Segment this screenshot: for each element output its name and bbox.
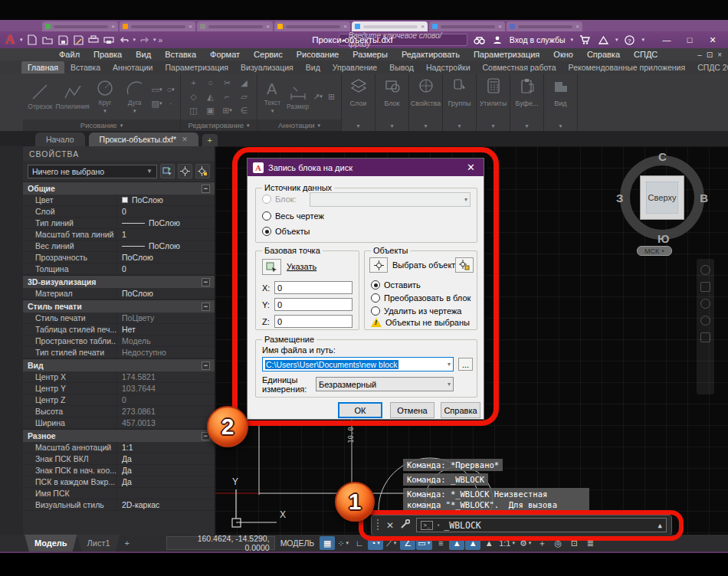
save-icon[interactable] xyxy=(57,34,70,46)
object-snap-toggle[interactable]: ▭▾ xyxy=(416,536,432,550)
tab-close-icon[interactable]: × xyxy=(421,24,425,30)
help-button[interactable]: Справка xyxy=(441,402,480,418)
viewcube-south[interactable]: Ю xyxy=(657,232,669,245)
customization-plus-icon[interactable]: ＋ xyxy=(534,536,549,550)
cancel-button[interactable]: Отмена xyxy=(390,402,435,418)
property-row[interactable]: Высота273.0861 xyxy=(23,406,215,417)
property-row[interactable]: ПСК в каждом Вэкр...Да xyxy=(23,476,215,488)
command-line-bar[interactable]: ✕ >_ ▾ _WBLOCK ▲ xyxy=(371,515,672,535)
scale-icon[interactable]: ▣ xyxy=(202,104,218,117)
doc-tab-active[interactable]: Прокси-объекты.dxf*✕ xyxy=(89,133,198,146)
menu-item[interactable]: Параметризация xyxy=(467,50,546,59)
print-icon[interactable] xyxy=(103,34,116,46)
property-row[interactable]: Имя ПСК xyxy=(23,488,215,499)
property-row[interactable]: Масштаб типа линий1 xyxy=(23,229,215,241)
property-row[interactable]: Пространство табли...Модель xyxy=(23,335,215,347)
clean-screen-icon[interactable]: ⊡ xyxy=(566,536,582,550)
property-row[interactable]: ПрозрачностьПоСлою xyxy=(23,252,215,263)
quick-select-icon[interactable] xyxy=(160,164,175,178)
fillet-icon[interactable]: ⌐ xyxy=(219,90,235,103)
ribbon-panel-view[interactable]: Вид▾ xyxy=(544,74,578,131)
viewcube-top-face[interactable]: Сверху xyxy=(640,175,684,220)
tab-close-icon[interactable]: × xyxy=(576,24,579,30)
line-button[interactable]: Отрезок xyxy=(26,76,54,117)
menu-item[interactable]: Сервис xyxy=(247,50,290,59)
erase-icon[interactable]: ◢ xyxy=(236,77,252,90)
property-row[interactable]: Слой0 xyxy=(23,206,215,218)
property-row[interactable]: Знак ПСК в нач. коо...Да xyxy=(23,465,215,476)
rectangle-icon[interactable]: ▭▾ xyxy=(150,83,163,97)
autoscale-toggle[interactable]: ▲ xyxy=(465,536,480,550)
radio-objects[interactable]: Объекты xyxy=(262,227,310,236)
browser-tab[interactable]: × xyxy=(274,21,350,31)
pick-point-label[interactable]: Указать xyxy=(287,262,316,271)
property-row[interactable]: Толщина0 xyxy=(23,263,215,275)
selection-dropdown[interactable]: Ничего не выбрано▼ xyxy=(28,165,157,178)
radio-delete-from-drawing[interactable]: Удалить из чертежа xyxy=(371,306,461,316)
section-header[interactable]: 3D-визуализация− xyxy=(23,276,215,288)
mdi-restore-icon[interactable]: ⊡ xyxy=(707,51,713,59)
collapse-icon[interactable]: − xyxy=(202,185,210,193)
exchange-apps-icon[interactable] xyxy=(597,34,610,46)
dialog-close-icon[interactable]: ✕ xyxy=(464,162,478,173)
panel-title-annotate[interactable]: Аннотации▾ xyxy=(257,119,341,131)
navigation-bar[interactable] xyxy=(697,259,714,394)
tab-close-icon[interactable]: × xyxy=(111,24,115,30)
panel-title-draw[interactable]: Рисование▾ xyxy=(23,119,180,131)
ribbon-panel-utilities[interactable]: Утилиты▾ xyxy=(477,74,510,131)
menu-item[interactable]: Вид xyxy=(129,50,158,59)
ok-button[interactable]: ОК xyxy=(338,402,382,418)
browser-tab[interactable]: × xyxy=(120,21,195,31)
workspace-gear-icon[interactable]: ⚙▾ xyxy=(518,536,533,550)
menu-item[interactable]: Окно xyxy=(546,50,580,59)
dialog-title-bar[interactable]: A Запись блока на диск ✕ xyxy=(248,159,484,176)
property-row[interactable]: Центр X174.5821 xyxy=(23,371,215,383)
ribbon-tab[interactable]: Надстройки xyxy=(420,61,477,74)
drag-grip-icon[interactable] xyxy=(376,519,380,532)
browser-tab-active[interactable]: × xyxy=(352,21,428,31)
browser-tab[interactable]: × xyxy=(42,21,118,31)
section-header[interactable]: Стиль печати− xyxy=(23,300,215,313)
layout-tab[interactable]: Лист1 xyxy=(77,535,120,551)
new-file-icon[interactable] xyxy=(26,34,39,46)
property-row[interactable]: Стиль печатиПоЦвету xyxy=(23,313,215,324)
cart-icon[interactable] xyxy=(579,34,592,46)
redo-caret-icon[interactable]: ▾ xyxy=(153,37,156,43)
ribbon-panel-layers[interactable]: Слои▾ xyxy=(342,74,375,131)
radio-whole-drawing[interactable]: Весь чертеж xyxy=(262,211,324,221)
array-icon[interactable]: ⊞▾ xyxy=(219,104,235,117)
menu-item[interactable]: Редактировать xyxy=(395,50,467,59)
property-row[interactable]: Ширина457.0013 xyxy=(23,417,215,429)
user-icon[interactable] xyxy=(491,34,504,46)
browser-tab[interactable]: × xyxy=(507,21,582,31)
expand-history-icon[interactable]: ▲ xyxy=(658,522,662,529)
select-objects-button[interactable] xyxy=(369,257,388,273)
copy-icon[interactable]: ◇ xyxy=(185,90,202,103)
panel-title-edit[interactable]: Редактирование▾ xyxy=(181,119,257,131)
menu-item[interactable]: СПДС xyxy=(627,50,664,59)
property-row[interactable]: ЦветПоСлою xyxy=(23,195,215,206)
property-row[interactable]: Тип линийПоСлою xyxy=(23,218,215,229)
maximize-button[interactable]: □ xyxy=(679,33,700,47)
select-objects-icon[interactable] xyxy=(195,164,210,178)
snap-toggle[interactable]: ⁘▾ xyxy=(336,536,351,550)
move-icon[interactable]: + xyxy=(185,77,202,90)
mdi-close-icon[interactable]: × xyxy=(717,51,722,59)
explode-icon[interactable]: ▱ xyxy=(236,90,252,103)
browser-tab[interactable]: × xyxy=(429,21,505,31)
ribbon-tab[interactable]: Визуализация xyxy=(234,61,300,74)
ribbon-panel-block[interactable]: Блок▾ xyxy=(375,74,409,131)
tab-close-icon[interactable]: × xyxy=(498,24,502,30)
steering-icon[interactable] xyxy=(700,332,710,342)
ribbon-tab[interactable]: Аннотации xyxy=(107,61,159,74)
stretch-icon[interactable]: ◫ xyxy=(185,104,202,117)
scale-selector[interactable]: 1:1▾ xyxy=(497,536,517,550)
close-command-icon[interactable]: ✕ xyxy=(386,520,394,531)
ribbon-tab[interactable]: Совместная работа xyxy=(477,61,562,74)
redo-icon[interactable] xyxy=(138,34,151,46)
ribbon-tab[interactable]: Параметризация xyxy=(159,61,235,74)
ribbon-tab[interactable]: Управление xyxy=(326,61,383,74)
browser-tab[interactable]: × xyxy=(197,21,273,31)
menu-item[interactable]: Файл xyxy=(52,50,87,59)
property-row[interactable]: Таблица стилей печ...Нет xyxy=(23,324,215,335)
